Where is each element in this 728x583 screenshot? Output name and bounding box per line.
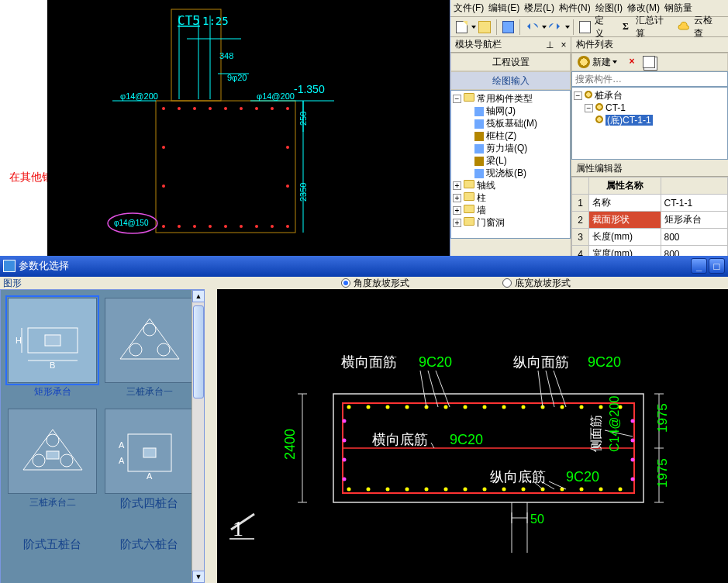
- tree-item[interactable]: 梁(L): [486, 155, 507, 166]
- menu-file[interactable]: 文件(F): [454, 2, 484, 15]
- tree-item[interactable]: 门窗洞: [477, 217, 505, 228]
- svg-point-10: [209, 107, 212, 110]
- prop-col-name: 属性名称: [589, 178, 661, 195]
- delete-icon[interactable]: ×: [626, 56, 638, 68]
- close-icon[interactable]: ×: [558, 40, 569, 50]
- shape-card-tri1[interactable]: 三桩承台一: [104, 298, 195, 402]
- undo-dd[interactable]: [542, 26, 547, 29]
- toolbar-sep: [573, 19, 574, 35]
- new-icon[interactable]: [456, 21, 468, 33]
- menu-floor[interactable]: 楼层(L): [524, 2, 554, 15]
- svg-line-112: [554, 371, 566, 407]
- menu-edit[interactable]: 编辑(E): [488, 2, 519, 15]
- undo-icon[interactable]: [526, 21, 538, 33]
- svg-text:纵向底筋: 纵向底筋: [490, 469, 546, 485]
- svg-point-7: [162, 107, 165, 110]
- cmp-tree[interactable]: −桩承台 −CT-1 (底)CT-1-1: [571, 87, 728, 160]
- pin-icon[interactable]: ⊥: [544, 40, 555, 50]
- svg-point-72: [405, 405, 409, 409]
- nav-panel-title: 模块导航栏 ⊥ ×: [450, 37, 571, 53]
- svg-text:侧面筋: 侧面筋: [589, 415, 602, 452]
- svg-point-17: [178, 225, 181, 228]
- svg-point-26: [162, 185, 165, 188]
- cmp-tree-item-selected[interactable]: (底)CT-1-1: [606, 115, 653, 126]
- prop-val[interactable]: 800: [661, 229, 727, 246]
- tree-item[interactable]: 框柱(Z): [486, 130, 516, 141]
- open-icon[interactable]: [478, 21, 490, 33]
- shape-scrollbar[interactable]: ▲ ▼: [191, 290, 204, 583]
- svg-text:9C20: 9C20: [566, 469, 599, 485]
- menu-modify[interactable]: 修改(M): [627, 2, 660, 15]
- sum-button[interactable]: Σ汇总计算: [617, 14, 671, 40]
- cmp-toolbar: 新建 ×: [571, 53, 728, 71]
- cmp-tree-root[interactable]: 桩承台: [595, 90, 623, 101]
- prop-val[interactable]: 矩形承台: [661, 212, 727, 229]
- scroll-up[interactable]: ▲: [192, 290, 205, 302]
- gear-plus-icon[interactable]: [578, 56, 590, 68]
- tree-item[interactable]: 剪力墙(Q): [486, 143, 527, 154]
- preview-viewport: 横向面筋 9C20 纵向面筋 9C20 横向底筋 9C20 纵向底筋 9C20 …: [217, 289, 728, 583]
- svg-line-107: [420, 371, 426, 407]
- tree-item[interactable]: 柱: [477, 192, 486, 203]
- copy-icon[interactable]: [643, 56, 655, 68]
- cmp-tree-item[interactable]: CT-1: [606, 102, 626, 113]
- property-grid[interactable]: 属性名称 1名称CT-1-1 2截面形状矩形承台 3长度(mm)800 4宽度(…: [571, 177, 728, 263]
- nav-row-settings[interactable]: 工程设置: [450, 53, 571, 71]
- shape-card-step5[interactable]: 阶式五桩台: [7, 519, 98, 583]
- tree-item[interactable]: 轴线: [477, 180, 495, 191]
- new-button[interactable]: 新建: [592, 56, 611, 69]
- menu-rebar[interactable]: 钢筋量: [664, 2, 692, 15]
- svg-point-97: [599, 488, 603, 492]
- redo-icon[interactable]: [549, 21, 561, 33]
- scroll-down[interactable]: ▼: [192, 571, 205, 583]
- save-icon[interactable]: [502, 21, 514, 33]
- svg-text:250: 250: [298, 112, 308, 126]
- menu-member[interactable]: 构件(N): [559, 2, 591, 15]
- shape-card-rect[interactable]: BH 矩形承台: [7, 298, 98, 402]
- shape-card-step4[interactable]: AAA 阶式四桩台: [104, 409, 195, 513]
- scroll-thumb[interactable]: [193, 305, 204, 398]
- svg-point-85: [367, 488, 371, 492]
- define-button[interactable]: 定义: [577, 14, 612, 40]
- svg-text:纵向面筋: 纵向面筋: [513, 354, 569, 370]
- radio-bottom[interactable]: 底宽放坡形式: [502, 277, 571, 290]
- tree-root[interactable]: 常用构件类型: [477, 93, 533, 104]
- nav-tree[interactable]: −常用构件类型 轴网(J) 筏板基础(M) 框柱(Z) 剪力墙(Q) 梁(L) …: [450, 90, 571, 239]
- svg-point-71: [386, 405, 390, 409]
- svg-point-15: [286, 107, 289, 110]
- radio-row: 角度放坡形式 底宽放坡形式: [217, 277, 728, 289]
- shape-card-tri2[interactable]: 三桩承台二: [7, 409, 98, 513]
- svg-point-53: [143, 323, 156, 336]
- new-dd[interactable]: [471, 26, 476, 29]
- shape-panel: BH 矩形承台 三桩承台一 三桩承台二 AAA 阶式四桩台 阶式五桩台 阶式: [0, 289, 205, 583]
- shape-card-step6[interactable]: 阶式六桩台: [104, 519, 195, 583]
- svg-rect-47: [45, 335, 60, 346]
- tree-item[interactable]: 现浇板(B): [486, 167, 526, 178]
- svg-point-14: [271, 107, 274, 110]
- svg-line-116: [549, 481, 566, 489]
- redo-dd[interactable]: [565, 26, 570, 29]
- svg-line-113: [431, 443, 434, 448]
- minimize-button[interactable]: _: [691, 258, 707, 274]
- dialog-titlebar[interactable]: 参数化选择 _ □: [0, 256, 728, 276]
- tree-item[interactable]: 轴网(J): [486, 105, 516, 116]
- cloud-button[interactable]: 云检查: [675, 14, 720, 40]
- tree-item[interactable]: 筏板基础(M): [486, 118, 537, 129]
- menu-draw[interactable]: 绘图(I): [595, 2, 623, 15]
- svg-text:2400: 2400: [282, 429, 298, 460]
- new-dd[interactable]: [612, 60, 617, 64]
- svg-point-78: [522, 405, 526, 409]
- svg-point-81: [580, 405, 584, 409]
- radio-angle[interactable]: 角度放坡形式: [341, 277, 409, 290]
- svg-point-11: [224, 107, 227, 110]
- svg-point-22: [255, 225, 258, 228]
- search-input[interactable]: [571, 71, 728, 87]
- tree-item[interactable]: 墙: [477, 205, 486, 216]
- svg-point-75: [464, 405, 468, 409]
- svg-point-18: [193, 225, 196, 228]
- maximize-button[interactable]: □: [709, 258, 725, 274]
- nav-row-draw[interactable]: 绘图输入: [450, 71, 571, 90]
- prop-val[interactable]: CT-1-1: [661, 195, 727, 212]
- svg-point-8: [178, 107, 181, 110]
- svg-point-99: [631, 419, 635, 423]
